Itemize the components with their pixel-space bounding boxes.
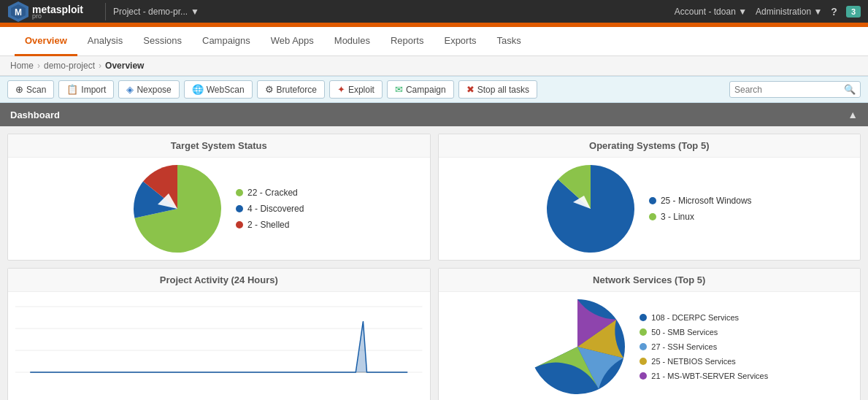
search-box: 🔍 — [729, 81, 861, 98]
nav-webapps[interactable]: Web Apps — [261, 27, 324, 56]
exploit-button[interactable]: ✦ Exploit — [329, 80, 383, 99]
top-right: Account - tdoan ▼ Administration ▼ ? 3 — [675, 6, 861, 18]
mswbt-dot — [640, 372, 647, 380]
legend-smb: 50 - SMB Services — [640, 328, 768, 336]
search-icon: 🔍 — [844, 84, 856, 95]
breadcrumb-current: Overview — [105, 61, 144, 71]
legend-shelled: 2 - Shelled — [236, 220, 304, 230]
nav-analysis[interactable]: Analysis — [77, 27, 133, 56]
activity-panel: Project Activity (24 Hours) — [7, 268, 431, 400]
logo-area: M metasploit pro — [7, 1, 83, 23]
nav-exports[interactable]: Exports — [434, 27, 486, 56]
project-selector[interactable]: Project - demo-pr... ▼ — [113, 7, 199, 17]
target-status-title: Target System Status — [8, 134, 430, 158]
target-status-panel: Target System Status — [7, 134, 431, 261]
legend-ssh: 27 - SSH Services — [640, 342, 768, 351]
stop-icon: ✖ — [466, 84, 475, 95]
linux-dot — [649, 213, 656, 220]
nexpose-icon: ◈ — [126, 84, 134, 95]
nav-modules[interactable]: Modules — [324, 27, 380, 56]
exploit-icon: ✦ — [337, 84, 345, 95]
nav-sessions[interactable]: Sessions — [133, 27, 192, 56]
breadcrumb: Home › demo-project › Overview — [0, 56, 868, 76]
legend-dcerpc: 108 - DCERPC Services — [640, 313, 768, 322]
nav-reports[interactable]: Reports — [380, 27, 434, 56]
search-input[interactable] — [734, 85, 844, 95]
target-status-chart — [134, 165, 221, 253]
panel-row-2: Project Activity (24 Hours) — [7, 268, 861, 400]
activity-title: Project Activity (24 Hours) — [8, 269, 430, 292]
os-legend: 25 - Microsoft Windows 3 - Linux — [649, 196, 752, 222]
dashboard-header: Dashboard ▲ — [0, 103, 868, 126]
discovered-dot — [236, 205, 243, 212]
breadcrumb-project[interactable]: demo-project — [44, 61, 95, 71]
account-button[interactable]: Account - tdoan ▼ — [675, 7, 747, 17]
legend-linux: 3 - Linux — [649, 212, 752, 222]
nav-bar: Overview Analysis Sessions Campaigns Web… — [0, 27, 868, 56]
svg-text:M: M — [15, 7, 22, 18]
administration-button[interactable]: Administration ▼ — [756, 7, 822, 17]
netbios-dot — [640, 358, 647, 365]
campaign-button[interactable]: ✉ Campaign — [387, 80, 454, 99]
dcerpc-dot — [640, 314, 647, 321]
cracked-dot — [236, 189, 243, 196]
network-services-body: 108 - DCERPC Services 50 - SMB Services … — [439, 292, 861, 400]
activity-chart — [15, 299, 423, 383]
scan-button[interactable]: ⊕ Scan — [7, 80, 54, 99]
os-top5-title: Operating Systems (Top 5) — [439, 134, 861, 158]
os-top5-panel: Operating Systems (Top 5) 25 - Microsoft… — [438, 134, 861, 261]
main-content: Target System Status — [0, 126, 868, 400]
network-services-panel: Network Services (Top 5) — [438, 268, 861, 400]
stop-all-button[interactable]: ✖ Stop all tasks — [458, 80, 537, 99]
collapse-icon[interactable]: ▲ — [848, 109, 858, 120]
legend-windows: 25 - Microsoft Windows — [649, 196, 752, 206]
os-chart — [547, 165, 634, 253]
network-chart — [530, 299, 625, 394]
smb-dot — [640, 328, 647, 336]
toolbar: ⊕ Scan 📋 Import ◈ Nexpose 🌐 WebScan ⚙ Br… — [0, 76, 868, 103]
webscan-button[interactable]: 🌐 WebScan — [184, 80, 253, 99]
webscan-icon: 🌐 — [192, 84, 204, 95]
ssh-dot — [640, 343, 647, 350]
nav-campaigns[interactable]: Campaigns — [192, 27, 261, 56]
help-button[interactable]: ? — [831, 6, 837, 18]
nexpose-button[interactable]: ◈ Nexpose — [118, 80, 179, 99]
breadcrumb-home[interactable]: Home — [10, 61, 34, 71]
campaign-icon: ✉ — [395, 84, 403, 95]
import-icon: 📋 — [66, 84, 78, 95]
logo-icon: M — [7, 1, 29, 23]
bruteforce-button[interactable]: ⚙ Bruteforce — [257, 80, 325, 99]
top-bar: M metasploit pro Project - demo-pr... ▼ … — [0, 0, 868, 25]
scan-icon: ⊕ — [15, 84, 23, 95]
target-status-legend: 22 - Cracked 4 - Discovered 2 - Shelled — [236, 188, 304, 230]
dashboard-title: Dashboard — [10, 109, 60, 120]
activity-body — [8, 292, 430, 394]
bruteforce-icon: ⚙ — [265, 84, 274, 95]
divider — [105, 3, 106, 20]
legend-discovered: 4 - Discovered — [236, 204, 304, 214]
network-services-title: Network Services (Top 5) — [439, 269, 861, 292]
os-top5-body: 25 - Microsoft Windows 3 - Linux — [439, 158, 861, 260]
legend-cracked: 22 - Cracked — [236, 188, 304, 198]
notification-badge[interactable]: 3 — [846, 6, 861, 18]
nav-overview[interactable]: Overview — [15, 27, 77, 56]
target-status-body: 22 - Cracked 4 - Discovered 2 - Shelled — [8, 158, 430, 260]
panel-row-1: Target System Status — [7, 134, 861, 261]
network-legend: 108 - DCERPC Services 50 - SMB Services … — [640, 313, 768, 380]
windows-dot — [649, 197, 656, 204]
legend-netbios: 25 - NETBIOS Services — [640, 357, 768, 366]
shelled-dot — [236, 221, 243, 228]
import-button[interactable]: 📋 Import — [58, 80, 114, 99]
nav-tasks[interactable]: Tasks — [487, 27, 531, 56]
legend-mswbt: 21 - MS-WBT-SERVER Services — [640, 372, 768, 380]
